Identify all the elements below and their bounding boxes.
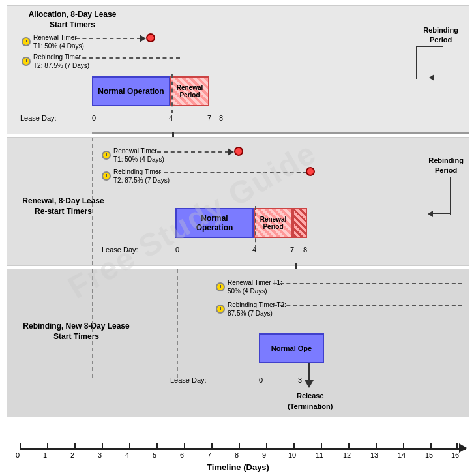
bottom-renewal-timer-icon xyxy=(216,282,225,291)
tick-label-14: 14 xyxy=(398,451,406,459)
middle-rebinding-period-label: RebindingPeriod xyxy=(428,156,464,176)
top-connector-v xyxy=(416,46,417,79)
top-vline-4 xyxy=(171,74,173,113)
top-normal-op-box: Normal Operation xyxy=(92,76,170,106)
tick-9 xyxy=(266,443,267,448)
middle-lease-day-label: Lease Day: xyxy=(102,246,138,254)
timeline-base-line xyxy=(20,448,466,450)
top-renewal-timer-row: Renewal TimerT1: 50% (4 Days) xyxy=(22,33,84,50)
bottom-release-label: Release(Termination) xyxy=(288,391,333,411)
tick-label-9: 9 xyxy=(262,451,266,459)
bottom-rebinding-timer-icon xyxy=(216,305,225,314)
top-renewal-timer-icon xyxy=(22,37,31,46)
middle-vline-4 xyxy=(255,206,256,248)
middle-rebinding-hatch xyxy=(293,208,307,238)
main-container: Free Study Guide Allocation, 8-Day Lease… xyxy=(0,0,476,476)
middle-day-0: 0 xyxy=(175,246,179,254)
top-day-8: 8 xyxy=(219,114,223,122)
tick-label-11: 11 xyxy=(316,451,323,459)
tick-label-15: 15 xyxy=(425,451,433,459)
top-rebinding-timer-icon xyxy=(22,57,31,66)
tick-8 xyxy=(239,443,240,448)
top-day-4: 4 xyxy=(169,114,173,122)
tick-label-13: 13 xyxy=(370,451,378,459)
bottom-lease-day-label: Lease Day: xyxy=(170,376,207,384)
middle-rebinding-timer-row: Rebinding TimerT2: 87.5% (7 Days) xyxy=(102,168,170,185)
section-bottom: Rebinding, New 8-Day LeaseStart Timers R… xyxy=(7,269,469,417)
top-title: Allocation, 8-Day Lease Start Timers xyxy=(20,10,125,30)
tick-0 xyxy=(20,443,21,448)
top-day-0: 0 xyxy=(92,114,96,122)
tick-7 xyxy=(211,443,213,448)
top-t1-expired-icon xyxy=(146,33,155,42)
tick-12 xyxy=(348,443,350,448)
middle-t2-expired-icon xyxy=(306,167,315,176)
top-rebinding-timer-label: Rebinding TimerT2: 87.5% (7 Days) xyxy=(33,53,89,70)
middle-t2-dotted xyxy=(157,172,307,173)
middle-renewal-timer-icon xyxy=(102,151,111,160)
bottom-day-3: 3 xyxy=(298,376,302,384)
bottom-day-0: 0 xyxy=(259,376,263,384)
middle-title: Renewal, 8-Day LeaseRe-start Timers xyxy=(18,196,109,216)
bottom-title: Rebinding, New 8-Day LeaseStart Timers xyxy=(18,321,135,342)
tick-label-2: 2 xyxy=(70,451,74,459)
timeline-label: Timeline (Days) xyxy=(207,462,269,472)
bottom-normal-op-box: Normal Ope xyxy=(259,333,324,363)
bottom-rebinding-timer-label: Rebinding Timer T2:87.5% (7 Days) xyxy=(228,301,286,318)
top-rebinding-period-label: RebindingPeriod xyxy=(423,25,458,46)
middle-renewal-period-box: RenewalPeriod xyxy=(254,208,293,238)
bottom-t2-dotted xyxy=(273,305,462,306)
middle-t1-expired-icon xyxy=(234,147,243,156)
bottom-vline-1 xyxy=(92,269,93,378)
top-renewal-period-box: Renewal Period xyxy=(170,76,209,106)
tick-3 xyxy=(102,443,103,448)
tick-label-3: 3 xyxy=(98,451,102,459)
tick-11 xyxy=(321,443,322,448)
tick-label-7: 7 xyxy=(207,451,211,459)
tick-10 xyxy=(293,443,295,448)
bottom-t1-dotted xyxy=(273,283,462,284)
middle-day-8: 8 xyxy=(303,246,307,254)
middle-connector-v xyxy=(450,177,451,215)
tick-15 xyxy=(430,443,432,448)
bottom-rebinding-timer-row: Rebinding Timer T2:87.5% (7 Days) xyxy=(216,301,286,318)
tick-label-0: 0 xyxy=(16,451,20,459)
top-connector-h xyxy=(417,46,443,47)
tick-label-1: 1 xyxy=(43,451,47,459)
tick-14 xyxy=(403,443,404,448)
top-bottom-line xyxy=(92,132,469,134)
middle-t1-dotted xyxy=(157,151,229,153)
bottom-release-arrow xyxy=(305,363,314,388)
tick-label-8: 8 xyxy=(235,451,239,459)
middle-normal-op-box: NormalOperation xyxy=(175,208,254,238)
tick-1 xyxy=(47,443,48,448)
tick-2 xyxy=(74,443,76,448)
middle-t1-arrow xyxy=(228,148,234,156)
top-day-7: 7 xyxy=(207,114,211,122)
bottom-renewal-timer-label: Renewal Timer T1:50% (4 Days) xyxy=(228,278,282,295)
tick-16 xyxy=(456,443,458,448)
tick-13 xyxy=(376,443,377,448)
top-t2-dotted xyxy=(76,57,180,59)
top-connector-arrow xyxy=(429,74,434,81)
section-middle: Renewal, 8-Day LeaseRe-start Timers Rene… xyxy=(7,137,469,266)
tick-4 xyxy=(129,443,130,448)
bottom-vline-2 xyxy=(177,269,178,378)
tick-label-5: 5 xyxy=(153,451,156,459)
top-t1-dotted xyxy=(76,38,141,39)
tick-label-10: 10 xyxy=(288,451,296,459)
top-t1-arrow xyxy=(140,35,146,42)
tick-label-12: 12 xyxy=(343,451,351,459)
top-rebinding-timer-row: Rebinding TimerT2: 87.5% (7 Days) xyxy=(22,53,89,70)
tick-5 xyxy=(156,443,158,448)
tick-6 xyxy=(184,443,185,448)
tick-label-4: 4 xyxy=(125,451,129,459)
middle-connector-h xyxy=(431,213,451,214)
middle-day-7: 7 xyxy=(290,246,294,254)
tick-label-6: 6 xyxy=(180,451,184,459)
bottom-renewal-timer-row: Renewal Timer T1:50% (4 Days) xyxy=(216,278,282,295)
top-lease-day-label: Lease Day: xyxy=(20,114,57,122)
middle-renewal-timer-label: Renewal TimerT1: 50% (4 Days) xyxy=(113,147,164,164)
middle-rebinding-timer-label: Rebinding TimerT2: 87.5% (7 Days) xyxy=(113,168,170,185)
middle-vline-1 xyxy=(92,138,93,265)
